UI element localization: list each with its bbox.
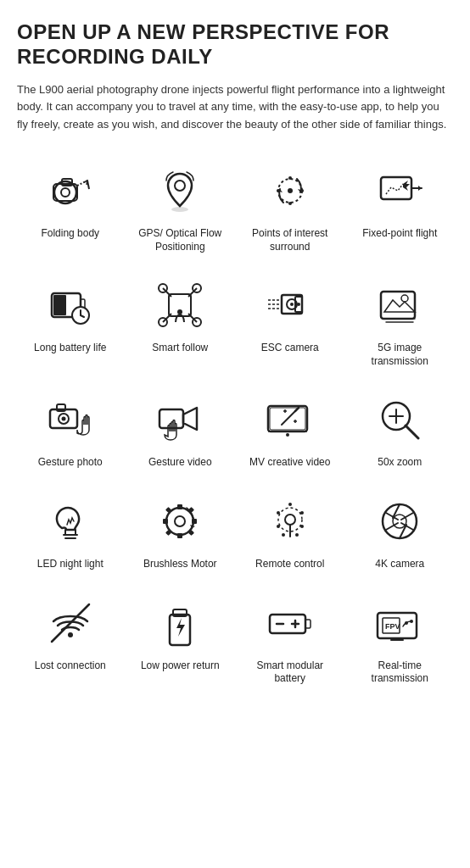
feature-low-power: Low power return <box>127 587 234 693</box>
feature-long-battery: Long battery life <box>17 269 124 375</box>
svg-point-96 <box>68 632 73 637</box>
svg-point-6 <box>171 207 188 212</box>
svg-point-87 <box>295 533 299 537</box>
svg-point-9 <box>288 188 293 193</box>
page-title: OPEN UP A NEW PERSPECTIVE FOR RECORDING … <box>17 20 453 70</box>
svg-point-42 <box>297 303 300 306</box>
feature-fixed-point: Fixed-point flight <box>347 154 454 260</box>
svg-rect-72 <box>163 519 168 524</box>
smart-follow-label: Smart follow <box>152 342 208 355</box>
feature-gesture-photo: Gesture photo <box>17 383 124 476</box>
svg-text:FPV: FPV <box>385 622 400 631</box>
long-battery-label: Long battery life <box>34 342 106 355</box>
realtime-transmission-icon: FPV <box>370 593 429 653</box>
feature-4k-camera: 4K camera <box>347 485 454 578</box>
svg-point-89 <box>393 515 406 528</box>
svg-marker-17 <box>418 186 422 191</box>
esc-camera-icon <box>260 275 320 335</box>
svg-point-13 <box>300 189 304 192</box>
features-row-4: LED night light Brushless M <box>17 485 453 578</box>
points-of-interest-icon <box>260 161 320 220</box>
svg-point-1 <box>61 188 70 197</box>
lost-connection-icon <box>41 593 100 653</box>
remote-control-icon <box>260 492 320 551</box>
feature-gps: GPS/ Optical Flow Positioning <box>127 154 234 260</box>
svg-point-7 <box>175 181 185 191</box>
feature-remote-control: Remote control <box>237 485 344 578</box>
svg-point-68 <box>166 508 193 535</box>
gps-label: GPS/ Optical Flow Positioning <box>131 227 231 253</box>
features-row-1: Folding body GPS/ Optical Flow Positioni… <box>17 154 453 260</box>
50x-zoom-icon <box>370 390 429 449</box>
gesture-photo-label: Gesture photo <box>38 456 103 470</box>
svg-point-83 <box>300 525 304 528</box>
svg-rect-71 <box>177 533 182 538</box>
smart-modular-label: Smart modular battery <box>240 659 340 686</box>
brushless-motor-icon <box>150 492 210 551</box>
mv-creative-label: MV creative video <box>249 456 330 470</box>
svg-point-88 <box>383 504 417 538</box>
5g-image-icon <box>370 275 429 335</box>
feature-smart-modular: Smart modular battery <box>237 587 344 693</box>
smart-follow-icon <box>150 275 210 335</box>
gps-icon <box>150 161 210 220</box>
long-battery-icon <box>41 275 100 335</box>
gesture-video-label: Gesture video <box>148 456 212 470</box>
feature-folding-body: Folding body <box>17 154 124 260</box>
realtime-transmission-label: Real-time transmission <box>350 659 450 686</box>
brushless-motor-label: Brushless Motor <box>143 558 217 571</box>
svg-rect-70 <box>177 504 182 509</box>
5g-image-label: 5G image transmission <box>350 342 450 368</box>
svg-point-81 <box>288 503 292 506</box>
svg-point-84 <box>277 511 280 515</box>
led-night-label: LED night light <box>37 558 104 571</box>
feature-mv-creative: MV creative video <box>237 383 344 476</box>
mv-creative-icon <box>260 390 320 449</box>
feature-esc-camera: ESC camera <box>237 269 344 375</box>
features-row-5: Lost connection Low power return <box>17 587 453 693</box>
folding-body-icon <box>41 161 100 220</box>
page-description: The L900 aerial photography drone inject… <box>17 81 453 134</box>
4k-camera-icon <box>370 492 429 551</box>
svg-point-59 <box>286 433 289 437</box>
svg-line-52 <box>282 411 295 425</box>
smart-modular-icon <box>260 593 320 653</box>
feature-gesture-video: Gesture video <box>127 383 234 476</box>
svg-line-53 <box>295 408 299 411</box>
svg-point-12 <box>288 176 292 180</box>
svg-rect-98 <box>170 615 190 645</box>
low-power-label: Low power return <box>141 659 220 673</box>
led-night-icon <box>41 492 100 551</box>
svg-point-85 <box>277 525 280 528</box>
svg-point-44 <box>401 295 408 302</box>
svg-rect-16 <box>381 177 411 199</box>
gesture-photo-icon <box>41 390 100 449</box>
feature-points-of-interest: Points of interest surround <box>237 154 344 260</box>
fixed-point-label: Fixed-point flight <box>362 227 437 241</box>
points-of-interest-label: Points of interest surround <box>240 227 340 253</box>
feature-smart-follow: Smart follow <box>127 269 234 375</box>
feature-brushless-motor: Brushless Motor <box>127 485 234 578</box>
svg-rect-21 <box>53 295 66 315</box>
svg-point-82 <box>300 511 304 515</box>
low-power-icon <box>150 593 210 653</box>
feature-led-night: LED night light <box>17 485 124 578</box>
feature-50x-zoom: 50x zoom <box>347 383 454 476</box>
svg-point-79 <box>285 515 295 525</box>
svg-point-86 <box>282 533 285 537</box>
feature-lost-connection: Lost connection <box>17 587 124 693</box>
svg-point-15 <box>288 202 292 205</box>
remote-control-label: Remote control <box>255 558 324 571</box>
features-row-3: Gesture photo Gesture video <box>17 383 453 476</box>
feature-5g-image: 5G image transmission <box>347 269 454 375</box>
esc-camera-label: ESC camera <box>261 342 319 355</box>
svg-point-14 <box>277 189 280 192</box>
svg-rect-73 <box>192 519 197 524</box>
svg-point-69 <box>175 516 185 526</box>
4k-camera-label: 4K camera <box>375 558 424 571</box>
fixed-point-icon <box>370 161 429 220</box>
50x-zoom-label: 50x zoom <box>378 456 422 470</box>
svg-point-37 <box>290 303 294 306</box>
features-row-2: Long battery life Smart follow <box>17 269 453 375</box>
folding-body-label: Folding body <box>41 227 99 241</box>
